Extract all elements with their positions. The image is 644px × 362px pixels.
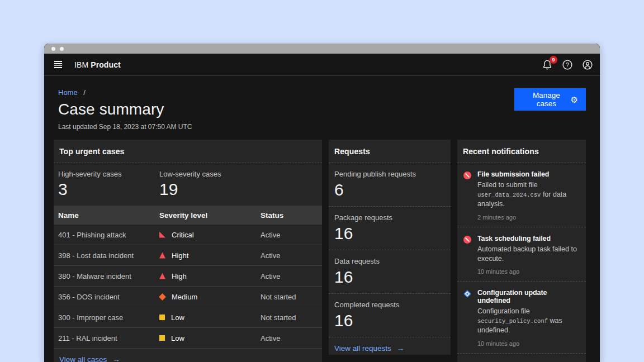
help-button[interactable]: ? (562, 59, 573, 70)
notification-timestamp: 10 minutes ago (477, 268, 580, 275)
case-status: Active (261, 334, 322, 342)
notification-description: Failed to submit file user_data_2024.csv… (477, 180, 580, 209)
notification-item[interactable]: Configuration update undefined Configura… (457, 282, 586, 354)
menu-button[interactable] (51, 58, 65, 72)
file-name: security_policy.conf (477, 318, 548, 325)
page-intro: Home / Case summary Last updated Sep 18,… (44, 76, 600, 140)
request-label: Data requests (334, 257, 445, 265)
request-item: Package requests 16 (329, 207, 451, 250)
request-item: Completed requests 16 (329, 294, 451, 337)
severity-label: Critical (172, 231, 194, 239)
desc-text: Configuration file (477, 307, 530, 315)
metric-high-severity: High-severity cases 3 (58, 170, 159, 198)
notification-item[interactable]: User report generated The User Access Re… (457, 354, 586, 362)
case-name: 380 - Malware incident (58, 272, 159, 280)
desc-text: Automated backup task failed to execute. (477, 245, 577, 263)
column-header-name: Name (58, 211, 159, 220)
brand-prefix: IBM (74, 60, 88, 69)
request-value: 16 (334, 311, 445, 330)
case-status: Active (261, 231, 322, 239)
case-name: 398 - Lost data incident (58, 251, 159, 260)
request-label: Pending publish requests (334, 170, 445, 178)
browser-window: IBMProduct 9 ? (44, 44, 600, 362)
request-item: Pending publish requests 6 (329, 163, 451, 207)
header-left: IBMProduct (51, 58, 121, 72)
severity-label: Low (171, 334, 184, 342)
metric-label: High-severity cases (58, 170, 159, 178)
table-row[interactable]: 356 - DOS incident Medium Not started (54, 287, 322, 307)
table-row[interactable]: 380 - Malware incident High Active (54, 266, 322, 287)
link-label: View all cases (59, 355, 107, 362)
request-label: Completed requests (334, 301, 445, 309)
help-icon: ? (562, 59, 573, 70)
page-title: Case summary (58, 101, 586, 118)
user-avatar-button[interactable] (582, 59, 593, 70)
severity-low-icon (159, 335, 165, 341)
card-title-recent-notifications: Recent notifications (457, 140, 586, 163)
request-item: Data requests 16 (329, 250, 451, 294)
case-name: 401 - Phishing attack (58, 231, 159, 239)
case-name: 211 - RAL incident (58, 334, 159, 342)
breadcrumb-home-link[interactable]: Home (58, 88, 78, 97)
metric-value: 19 (159, 180, 261, 198)
top-urgent-cases-card: Top urgent cases High-severity cases 3 L… (54, 140, 322, 362)
middle-column: Requests Pending publish requests 6 Pack… (329, 140, 451, 362)
severity-label: Medium (172, 293, 197, 301)
notification-timestamp: 2 minutes ago (477, 214, 580, 221)
header-right: 9 ? (542, 59, 593, 70)
file-name: user_data_2024.csv (477, 192, 541, 198)
screenshot-stage: IBMProduct 9 ? (0, 0, 644, 362)
table-row[interactable]: 211 - RAL incident Low Active (54, 328, 322, 349)
notification-title: File submission failed (477, 170, 580, 178)
severity-label: Low (171, 313, 184, 322)
card-title-requests: Requests (329, 140, 451, 163)
window-chrome (44, 44, 600, 54)
view-all-cases: View all cases→ (54, 349, 322, 362)
notification-body: File submission failed Failed to submit … (477, 170, 580, 221)
notification-body: Task scheduling failed Automated backup … (477, 235, 580, 275)
severity-high-icon (159, 273, 165, 279)
metric-label: Low-severity cases (159, 170, 261, 178)
table-row[interactable]: 398 - Lost data incident Hight Active (54, 245, 322, 266)
table-row[interactable]: 300 - Improper case Low Not started (54, 307, 322, 328)
gear-icon: ⚙ (571, 96, 578, 104)
recent-notifications-card: Recent notifications File submission fai… (457, 140, 586, 362)
request-label: Package requests (334, 213, 445, 222)
user-avatar-icon (582, 59, 593, 70)
undefined-icon (463, 289, 472, 298)
manage-cases-button[interactable]: Manage cases ⚙ (514, 88, 586, 111)
cases-table-header: Name Severity level Status (54, 206, 322, 225)
severity-critical-icon (159, 232, 165, 238)
arrow-right-icon: → (397, 344, 405, 353)
notification-body: Configuration update undefined Configura… (477, 289, 580, 347)
notification-item[interactable]: Task scheduling failed Automated backup … (457, 227, 586, 282)
brand: IBMProduct (74, 60, 121, 69)
notification-timestamp: 10 minutes ago (477, 340, 580, 347)
notification-item[interactable]: File submission failed Failed to submit … (457, 163, 586, 227)
notifications-button[interactable]: 9 (542, 59, 553, 70)
case-status: Active (261, 272, 322, 280)
app-body: Home / Case summary Last updated Sep 18,… (44, 76, 600, 362)
window-dot[interactable] (60, 47, 64, 51)
cases-metrics: High-severity cases 3 Low-severity cases… (54, 163, 322, 206)
notification-count-badge: 9 (550, 56, 557, 64)
notification-title: Configuration update undefined (477, 289, 580, 304)
case-status: Not started (261, 293, 322, 301)
card-title-top-urgent-cases: Top urgent cases (54, 140, 322, 163)
table-row[interactable]: 401 - Phishing attack Critical Active (54, 225, 322, 245)
view-all-cases-link[interactable]: View all cases→ (59, 355, 120, 362)
request-value: 16 (334, 268, 445, 286)
manage-cases-label: Manage cases (522, 91, 571, 108)
column-header-severity: Severity level (159, 211, 261, 220)
request-value: 6 (334, 180, 445, 199)
last-updated-text: Last updated Sep 18, 2023 at 07:50 AM UT… (58, 123, 586, 131)
view-all-requests-link[interactable]: View all requests→ (334, 344, 404, 353)
view-all-requests: View all requests→ (329, 337, 451, 355)
breadcrumb: Home / (58, 88, 586, 97)
window-dot[interactable] (51, 47, 55, 51)
metric-value: 3 (58, 180, 159, 198)
app-header: IBMProduct 9 ? (44, 54, 600, 76)
notification-title: Task scheduling failed (477, 235, 580, 242)
breadcrumb-separator: / (83, 88, 86, 97)
misuse-icon (463, 235, 472, 244)
